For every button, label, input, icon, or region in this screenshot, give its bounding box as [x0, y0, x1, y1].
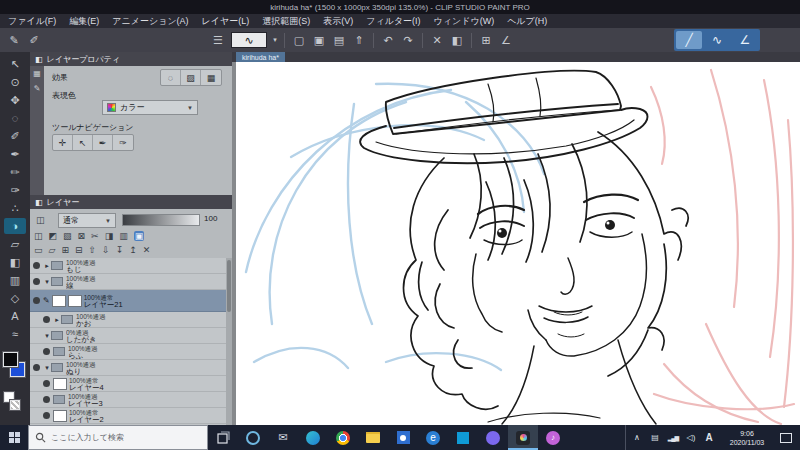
visibility-eye-icon[interactable]	[33, 364, 40, 371]
move-up-icon[interactable]: ⇧	[89, 245, 97, 255]
pattern-swatch[interactable]	[10, 400, 20, 410]
action-center-icon[interactable]	[780, 433, 792, 443]
layer-row[interactable]: 100%通常レイヤー4	[30, 376, 226, 392]
edge-icon[interactable]	[298, 425, 328, 450]
menu-edit[interactable]: 編集(E)	[69, 15, 99, 28]
menu-filter[interactable]: フィルター(I)	[366, 15, 420, 28]
mask-icon[interactable]: ✂	[91, 231, 99, 241]
export-icon[interactable]: ⇑	[349, 30, 369, 50]
redo-icon[interactable]: ↷	[398, 30, 418, 50]
layer-row[interactable]: ▾ 100%通過線	[30, 274, 226, 290]
object-icon[interactable]: ↖	[73, 135, 93, 150]
text-tool-icon[interactable]: A	[4, 308, 26, 324]
grid-icon[interactable]: ⊞	[476, 30, 496, 50]
new-layer-icon[interactable]: ▭	[34, 245, 43, 255]
task-view-icon[interactable]	[208, 425, 238, 450]
delete-icon[interactable]: ✕	[427, 30, 447, 50]
clip-icon[interactable]: ▧	[63, 231, 72, 241]
visibility-eye-icon[interactable]	[33, 278, 40, 285]
volume-icon[interactable]: ◁)	[682, 425, 700, 450]
gradient-tool-icon[interactable]: ▥	[4, 272, 26, 288]
ruler-icon[interactable]: ◨	[105, 231, 114, 241]
edge-legacy-icon[interactable]: e	[418, 425, 448, 450]
taskbar-clock[interactable]: 9:06 2020/11/03	[718, 429, 776, 447]
blend-mode-dropdown[interactable]: 通常 ▼	[58, 213, 116, 228]
fill-icon[interactable]: ◧	[447, 30, 467, 50]
expression-color-dropdown[interactable]: カラー ▼	[102, 100, 198, 115]
menu-animation[interactable]: アニメーション(A)	[112, 15, 188, 28]
move-down-icon[interactable]: ⇩	[102, 245, 110, 255]
menu-view[interactable]: 表示(V)	[323, 15, 353, 28]
airbrush-tool-icon[interactable]: ∴	[4, 200, 26, 216]
mail-icon[interactable]: ✉	[268, 425, 298, 450]
layer-row[interactable]: 100%通過レイヤー3	[30, 392, 226, 408]
store-icon[interactable]	[448, 425, 478, 450]
layer-property-header[interactable]: ◧ レイヤープロパティ	[30, 52, 232, 66]
remove-folder-icon[interactable]: ⊟	[75, 245, 83, 255]
eyedropper-tool-icon[interactable]: ✐	[4, 128, 26, 144]
zoom-tool-icon[interactable]: ⊙	[4, 74, 26, 90]
layer-row[interactable]: 100%通常レイヤー2	[30, 408, 226, 424]
lock-transparent-icon[interactable]: ◫	[34, 231, 43, 241]
layer-row[interactable]: ▸ 100%通過かお	[30, 312, 226, 328]
scrollbar-thumb[interactable]	[227, 260, 231, 312]
selection-tool-icon[interactable]: ◌	[4, 110, 26, 126]
start-button[interactable]	[0, 425, 28, 450]
brush-preview[interactable]: ∿	[231, 32, 267, 48]
move-tool-icon[interactable]: ✥	[4, 92, 26, 108]
main-menu-icon[interactable]: ☰	[208, 30, 228, 50]
layer-row[interactable]: ▸ 100%通過もじ	[30, 258, 226, 274]
chevron-down-icon[interactable]: ▾	[270, 30, 280, 50]
straight-line-icon[interactable]: ╱	[676, 31, 702, 49]
clip-studio-paint-icon[interactable]	[508, 425, 538, 450]
opacity-slider[interactable]	[122, 214, 200, 226]
layer-panel-header[interactable]: ◧ レイヤー	[30, 195, 232, 209]
pencil-icon[interactable]: ✐	[24, 30, 44, 50]
tray-expand-icon[interactable]: ∧	[628, 425, 646, 450]
brush-nav-icon[interactable]: ✑	[113, 135, 133, 150]
transfer-icon[interactable]: ↥	[129, 245, 137, 255]
polyline-icon[interactable]: ∠	[732, 31, 758, 49]
line-correction-tool-icon[interactable]: ≈	[4, 326, 26, 342]
layer-color-icon[interactable]: ▦	[201, 70, 221, 85]
palette-color-icon[interactable]: ▣	[134, 231, 145, 241]
fill-tool-icon[interactable]: ◧	[4, 254, 26, 270]
new-vector-layer-icon[interactable]: ▱	[49, 245, 56, 255]
layer-row[interactable]: 100%通過らふ	[30, 344, 226, 360]
expand-arrow-icon[interactable]: ▾	[43, 332, 51, 340]
groove-music-icon[interactable]: ♪	[538, 425, 568, 450]
ruler-icon[interactable]: ∠	[496, 30, 516, 50]
media-player-icon[interactable]	[478, 425, 508, 450]
layer-row-selected[interactable]: ✎ 100%通常レイヤー21	[30, 290, 226, 312]
menu-selection[interactable]: 選択範囲(S)	[262, 15, 310, 28]
expand-arrow-icon[interactable]: ▾	[43, 278, 51, 286]
new-folder-icon[interactable]: ⊞	[61, 245, 69, 255]
border-effect-icon[interactable]: ◌	[161, 70, 181, 85]
main-color-swatch[interactable]	[3, 352, 18, 367]
visibility-eye-icon[interactable]	[43, 380, 50, 387]
blend-tool-icon[interactable]: ◑	[4, 218, 26, 234]
reference-icon[interactable]: ⊠	[78, 231, 86, 241]
document-tab[interactable]: kirihuda ha*	[236, 52, 285, 62]
visibility-eye-icon[interactable]	[43, 396, 50, 403]
expand-arrow-icon[interactable]: ▸	[53, 316, 61, 324]
taskbar-search-input[interactable]: ここに入力して検索	[28, 425, 208, 450]
expand-arrow-icon[interactable]: ▾	[43, 364, 51, 372]
lock-layer-icon[interactable]: ◩	[49, 231, 58, 241]
pen-tool-icon[interactable]: ✒	[4, 146, 26, 162]
subtool-pick-icon[interactable]: ✛	[53, 135, 73, 150]
new-file-icon[interactable]: ▢	[289, 30, 309, 50]
tone-icon[interactable]: ▨	[181, 70, 201, 85]
menu-window[interactable]: ウィンドウ(W)	[434, 15, 495, 28]
layer-row[interactable]: ▾ 100%通過ぬり	[30, 360, 226, 376]
menu-help[interactable]: ヘルプ(H)	[507, 15, 547, 28]
ime-indicator[interactable]: A	[700, 425, 718, 450]
merge-down-icon[interactable]: ↧	[116, 245, 124, 255]
subtool-tab-icon[interactable]: ✎	[34, 84, 41, 93]
undo-icon[interactable]: ↶	[378, 30, 398, 50]
cortana-icon[interactable]	[238, 425, 268, 450]
visibility-eye-icon[interactable]	[33, 262, 40, 269]
pen-icon[interactable]: ✎	[4, 30, 24, 50]
visibility-eye-icon[interactable]	[43, 412, 50, 419]
visibility-eye-icon[interactable]	[43, 348, 50, 355]
